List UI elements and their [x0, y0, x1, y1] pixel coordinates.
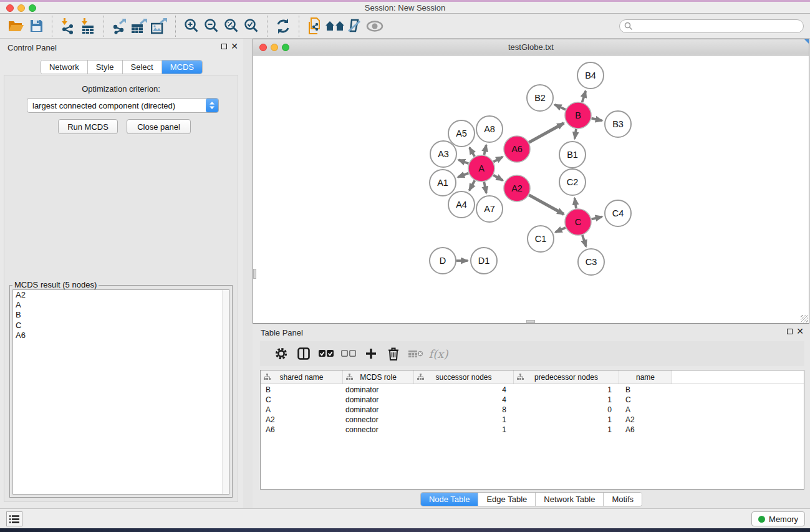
export-table-icon[interactable]: [130, 16, 150, 37]
zoom-selected-icon[interactable]: [241, 16, 261, 37]
table-row[interactable]: Cdominator41C: [261, 395, 804, 405]
run-mcds-button[interactable]: Run MCDS: [58, 119, 118, 134]
canvas-left-handle[interactable]: [253, 269, 256, 279]
graph-node-B2[interactable]: B2: [527, 85, 553, 111]
graph-node-D[interactable]: D: [430, 248, 456, 274]
edge-A-A4[interactable]: [470, 180, 475, 190]
column-header-shared-name[interactable]: shared name: [261, 370, 343, 384]
apply-layout-icon[interactable]: [273, 16, 293, 37]
task-history-button[interactable]: [6, 511, 22, 526]
save-session-icon[interactable]: [26, 16, 46, 37]
memory-button[interactable]: Memory: [751, 511, 805, 526]
graph-node-B[interactable]: B: [565, 102, 591, 128]
edge-A2-C[interactable]: [529, 195, 564, 215]
edge-A6-B[interactable]: [529, 123, 564, 143]
edge-A-A7[interactable]: [484, 182, 486, 193]
toggle-graphics-details-icon[interactable]: [345, 16, 365, 37]
table-row[interactable]: Bdominator41B: [261, 385, 804, 395]
close-table-panel-icon[interactable]: ✕: [796, 326, 804, 336]
function-builder-icon[interactable]: f(x): [427, 343, 450, 364]
edge-B-B1[interactable]: [575, 129, 576, 138]
mcds-list-scrollbar[interactable]: [222, 290, 229, 494]
column-header-predecessor-nodes[interactable]: predecessor nodes: [514, 370, 619, 384]
float-panel-icon[interactable]: [221, 44, 227, 49]
graph-node-D1[interactable]: D1: [471, 248, 497, 274]
graph-node-C2[interactable]: C2: [559, 169, 586, 195]
graph-node-A3[interactable]: A3: [430, 141, 456, 167]
export-image-icon[interactable]: [150, 16, 170, 37]
graph-node-A[interactable]: A: [468, 155, 494, 181]
tab-select[interactable]: Select: [123, 60, 162, 74]
edge-A-A6[interactable]: [493, 157, 503, 162]
show-hide-eye-icon[interactable]: [365, 16, 385, 37]
import-table-icon[interactable]: [78, 16, 98, 37]
close-panel-icon[interactable]: ✕: [231, 41, 238, 51]
graph-node-C[interactable]: C: [565, 209, 591, 235]
graph-node-A6[interactable]: A6: [504, 136, 530, 162]
mcds-result-item[interactable]: A: [13, 300, 229, 310]
add-row-icon[interactable]: [360, 343, 382, 364]
delete-table-icon[interactable]: [405, 343, 427, 364]
graph-node-B3[interactable]: B3: [605, 111, 631, 137]
zoom-fit-icon[interactable]: [221, 16, 241, 37]
table-tab-motifs[interactable]: Motifs: [604, 493, 642, 506]
column-header-name[interactable]: name: [619, 370, 672, 384]
mcds-result-item[interactable]: A6: [13, 331, 229, 341]
graph-node-B1[interactable]: B1: [559, 142, 586, 168]
mcds-result-item[interactable]: C: [13, 321, 229, 331]
edge-B-B3[interactable]: [591, 118, 602, 121]
mcds-result-item[interactable]: B: [13, 310, 229, 320]
edge-C-C2[interactable]: [575, 198, 576, 208]
search-field[interactable]: [619, 19, 804, 33]
open-file-icon[interactable]: [6, 16, 26, 37]
edge-C-C3[interactable]: [582, 235, 586, 246]
graph-node-A5[interactable]: A5: [448, 120, 475, 147]
select-all-icon[interactable]: [315, 343, 337, 364]
edge-A-A1[interactable]: [458, 173, 468, 177]
export-network-icon[interactable]: [110, 16, 130, 37]
delete-row-trash-icon[interactable]: [382, 343, 405, 364]
network-canvas[interactable]: AA1A2A3A4A5A6A7A8BB1B2B3B4CC1C2C3C4DD1: [253, 56, 809, 323]
zoom-out-icon[interactable]: [201, 16, 221, 37]
edge-C-C1[interactable]: [556, 228, 566, 232]
graph-node-A7[interactable]: A7: [476, 196, 503, 222]
column-header-MCDS-role[interactable]: MCDS role: [343, 370, 414, 384]
window-resize-grip[interactable]: [801, 315, 808, 322]
table-tab-node-table[interactable]: Node Table: [421, 493, 479, 506]
search-input[interactable]: [633, 21, 803, 32]
graph-node-A1[interactable]: A1: [430, 170, 456, 196]
network-graph[interactable]: AA1A2A3A4A5A6A7A8BB1B2B3B4CC1C2C3C4DD1: [253, 56, 809, 323]
tab-network[interactable]: Network: [41, 60, 88, 74]
float-table-panel-icon[interactable]: [787, 329, 793, 334]
edge-A-A5[interactable]: [470, 148, 475, 157]
table-row[interactable]: Adominator80A: [261, 405, 804, 415]
table-row[interactable]: A2connector11A2: [261, 415, 804, 425]
network-window-titlebar[interactable]: testGlobe.txt: [253, 39, 809, 56]
graph-node-C3[interactable]: C3: [578, 249, 604, 275]
table-tab-edge-table[interactable]: Edge Table: [478, 493, 536, 506]
graph-node-A2[interactable]: A2: [504, 175, 530, 201]
canvas-bottom-handle[interactable]: [526, 320, 535, 323]
tab-style[interactable]: Style: [88, 60, 123, 74]
edge-B-B4[interactable]: [582, 91, 586, 102]
column-header-successor-nodes[interactable]: successor nodes: [414, 370, 514, 384]
node-table[interactable]: shared nameMCDS rolesuccessor nodesprede…: [260, 370, 804, 490]
graph-node-A8[interactable]: A8: [476, 116, 503, 142]
cybrowser-home-icon[interactable]: [325, 16, 345, 37]
import-network-icon[interactable]: [58, 16, 78, 37]
edge-A-A3[interactable]: [458, 160, 468, 163]
settings-gear-icon[interactable]: [270, 343, 292, 364]
graph-node-A4[interactable]: A4: [448, 191, 475, 218]
graph-node-C4[interactable]: C4: [605, 200, 631, 226]
table-tab-network-table[interactable]: Network Table: [536, 493, 604, 506]
mcds-result-item[interactable]: A2: [13, 290, 229, 300]
edge-B-B2[interactable]: [555, 105, 566, 110]
edge-A-A2[interactable]: [493, 175, 503, 181]
edge-C-C4[interactable]: [591, 217, 602, 220]
tab-mcds[interactable]: MCDS: [162, 60, 202, 74]
duplicate-network-icon[interactable]: [305, 16, 325, 37]
zoom-in-icon[interactable]: [181, 16, 201, 37]
column-selector-icon[interactable]: [292, 343, 315, 364]
criterion-dropdown[interactable]: largest connected component (directed): [27, 98, 219, 113]
close-panel-button[interactable]: Close panel: [127, 119, 191, 134]
